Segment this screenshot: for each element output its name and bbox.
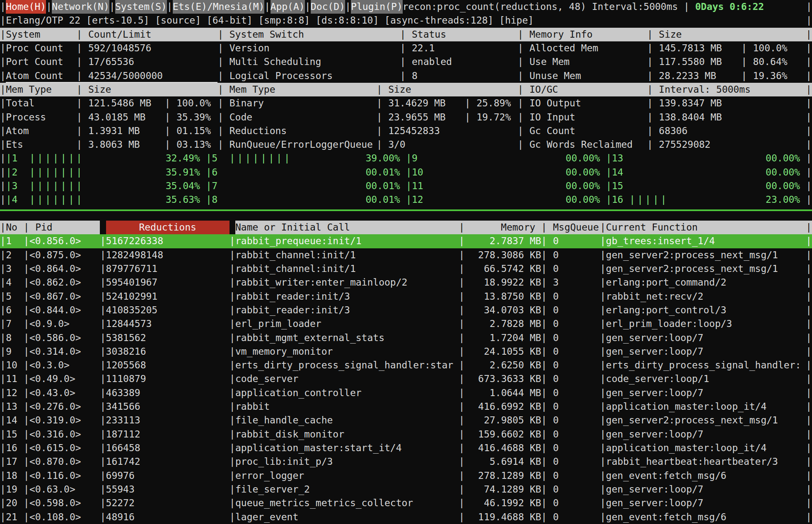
process-row[interactable]: 1 <0.856.0> 5167226338 rabbit_prequeue:i… — [0, 234, 812, 248]
process-row[interactable]: 20 <0.598.0> 52272 queue_metrics_metrics… — [0, 496, 812, 510]
system-table-header: System Count/Limit System Switch Status … — [0, 28, 812, 41]
proc-memory: 74.1289 KB — [459, 483, 541, 496]
mem-size-2: 23.9655 MB — [377, 111, 465, 124]
menu-tab-system[interactable]: System(S) — [109, 0, 167, 14]
sys-count-limit: 42534/5000000 — [77, 69, 218, 83]
proc-msgqueue: 0 — [541, 372, 600, 386]
green-divider-line — [0, 209, 812, 211]
scheduler-bars — [430, 179, 566, 193]
proc-no: 12 — [6, 386, 24, 400]
proc-current-function: gen_server:loop/7 — [600, 428, 806, 441]
proc-memory: 34.0703 KB — [459, 303, 541, 317]
menu-tab-network[interactable]: Network(N) — [46, 0, 109, 14]
memory-table-body: Total 121.5486 MB 100.0% Binary 31.4629 … — [0, 96, 812, 151]
process-row[interactable]: 16 <0.615.0> 166458 application_master:s… — [0, 441, 812, 455]
menu-tab-label: Ets(E)/Mnesia(M) — [173, 0, 265, 14]
memory-table-header: Mem Type Size Mem Type Size IO/GC Interv… — [0, 83, 812, 96]
menu-tab-doc[interactable]: Doc(D) — [305, 0, 345, 14]
proc-memory: 66.5742 KB — [459, 262, 541, 276]
scheduler-id: 15 — [612, 179, 630, 193]
hdr-mem-type-1: Mem Type — [6, 83, 76, 96]
menu-tab-ets-mnesia[interactable]: Ets(E)/Mnesia(M) — [167, 0, 265, 14]
process-row[interactable]: 2 <0.875.0> 1282498148 rabbit_channel:in… — [0, 248, 812, 262]
process-row[interactable]: 13 <0.276.0> 341566 rabbit 416.6992 KB 0… — [0, 400, 812, 413]
proc-reductions: 233113 — [100, 413, 229, 427]
proc-no: 1 — [6, 234, 24, 248]
process-row[interactable]: 18 <0.116.0> 69976 error_logger 278.1289… — [0, 469, 812, 483]
scheduler-pct: 00.01% — [366, 179, 406, 193]
sys-switch: Logical Processors — [218, 69, 400, 83]
process-row[interactable]: 4 <0.862.0> 595401967 rabbit_writer:ente… — [0, 276, 812, 289]
process-row[interactable]: 8 <0.586.0> 5381562 rabbit_mgmt_external… — [0, 331, 812, 345]
scheduler-pct: 00.01% — [366, 166, 406, 179]
process-row[interactable]: 17 <0.870.0> 161742 proc_lib:init_p/3 5.… — [0, 455, 812, 469]
proc-no: 21 — [6, 510, 24, 524]
process-row[interactable]: 11 <0.49.0> 1110879 code_server 673.3633… — [0, 372, 812, 386]
io-gc-label: Gc Words Reclaimed — [518, 138, 647, 151]
proc-name: rabbit_disk_monitor — [230, 428, 459, 441]
hdr-mem-type-2: Mem Type — [218, 83, 376, 96]
scheduler-pct: 00.00% — [766, 151, 806, 165]
scheduler-id: 13 — [612, 151, 630, 165]
scheduler-pct: 00.00% — [566, 179, 606, 193]
proc-msgqueue: 0 — [541, 345, 600, 358]
mem-size-1: 1.3931 MB — [77, 124, 165, 138]
proc-reductions: 48916 — [100, 510, 229, 524]
observer-cli-terminal: { "colors": { "bg": "#0d0d0d", "fg": "#d… — [0, 0, 812, 524]
proc-no: 20 — [6, 496, 24, 510]
proc-current-function: erlang:port_command/2 — [600, 276, 806, 289]
proc-memory: 2.7828 MB — [459, 317, 541, 331]
menu-tab-app[interactable]: App(A) — [264, 0, 304, 14]
sys-size: 117.5580 MB — [647, 55, 741, 69]
proc-name: rabbit_writer:enter_mainloop/2 — [230, 276, 459, 289]
proc-reductions: 1282498148 — [100, 248, 229, 262]
proc-memory: 1.7204 MB — [459, 331, 541, 345]
scheduler-gauge: 10 00.00% — [406, 166, 606, 179]
proc-pid: <0.586.0> — [24, 331, 100, 345]
hdr-interval: Interval: 5000ms — [647, 83, 806, 96]
mem-size-1: 121.5486 MB — [77, 96, 165, 110]
scheduler-bars — [230, 166, 366, 179]
menu-tab-plugin[interactable]: Plugin(P) — [345, 0, 403, 14]
process-row[interactable]: 14 <0.319.0> 233113 file_handle_cache 27… — [0, 413, 812, 427]
proc-pid: <0.615.0> — [24, 441, 100, 455]
process-row[interactable]: 9 <0.314.0> 3038216 vm_memory_monitor 24… — [0, 345, 812, 358]
menu-spacer — [764, 0, 806, 14]
hdr-size-1: Size — [77, 83, 218, 96]
menu-tab-home[interactable]: Home(H) — [6, 0, 46, 14]
memory-table-row: Total 121.5486 MB 100.0% Binary 31.4629 … — [0, 96, 812, 110]
proc-pid: <0.316.0> — [24, 428, 100, 441]
proc-msgqueue: 0 — [541, 358, 600, 372]
sys-pct: 80.64% — [741, 55, 806, 69]
proc-no: 17 — [6, 455, 24, 469]
process-row[interactable]: 6 <0.844.0> 410835205 rabbit_reader:init… — [0, 303, 812, 317]
scheduler-gauge: 7 00.01% — [206, 179, 406, 193]
hdr-size: Size — [647, 28, 806, 41]
proc-pid: <0.9.0> — [24, 317, 100, 331]
proc-msgqueue: 0 — [541, 290, 600, 303]
left-border-pipe — [0, 0, 6, 14]
scheduler-gauge: 3 ||||||| 35.04% — [6, 179, 206, 193]
scheduler-usage-row: 4 ||||||| 35.63% 8 00.01% 12 00.00% 16 |… — [0, 193, 812, 207]
sort-column-reductions[interactable]: Reductions — [100, 221, 229, 234]
scheduler-id: 14 — [612, 166, 630, 179]
scheduler-id: 11 — [412, 179, 430, 193]
menu-tab-label: System(S) — [115, 0, 167, 14]
process-row[interactable]: 5 <0.867.0> 524102991 rabbit_reader:init… — [0, 290, 812, 303]
proc-name: rabbit_mgmt_external_stats — [230, 331, 459, 345]
process-row[interactable]: 3 <0.864.0> 879776711 rabbit_channel:ini… — [0, 262, 812, 276]
process-row[interactable]: 15 <0.316.0> 187112 rabbit_disk_monitor … — [0, 428, 812, 441]
process-row[interactable]: 21 <0.108.0> 48916 lager_event 119.4688 … — [0, 510, 812, 524]
scheduler-pct: 35.63% — [166, 193, 206, 207]
process-row[interactable]: 10 <0.3.0> 1205568 erts_dirty_process_si… — [0, 358, 812, 372]
process-row[interactable]: 12 <0.43.0> 463389 application_controlle… — [0, 386, 812, 400]
proc-msgqueue: 0 — [541, 483, 600, 496]
process-row[interactable]: 7 <0.9.0> 12844573 erl_prim_loader 2.782… — [0, 317, 812, 331]
menu-tab-label: Home(H) — [6, 0, 46, 14]
mem-pct-1: 100.0% — [165, 96, 218, 110]
scheduler-bars — [430, 193, 566, 207]
process-row[interactable]: 19 <0.63.0> 55943 file_server_2 74.1289 … — [0, 483, 812, 496]
proc-pid: <0.867.0> — [24, 290, 100, 303]
proc-current-function: gb_trees:insert_1/4 — [600, 234, 806, 248]
proc-reductions: 166458 — [100, 441, 229, 455]
